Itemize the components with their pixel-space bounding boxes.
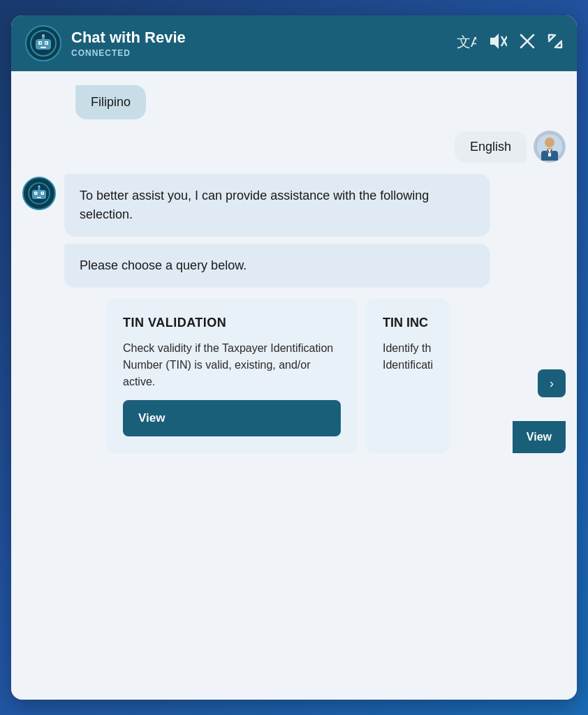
svg-rect-4: [40, 43, 41, 44]
bot-bubble-query: Please choose a query below.: [64, 244, 490, 288]
svg-line-16: [549, 35, 555, 41]
svg-point-19: [545, 138, 554, 147]
svg-point-8: [42, 34, 45, 37]
cards-row: TIN VALIDATION Check validity if the Tax…: [106, 299, 566, 453]
translate-icon[interactable]: 文A: [457, 33, 476, 54]
chat-body: Filipino English: [11, 71, 577, 700]
tin-inquiry-card-partial: TIN INC Identify thIdentificati: [366, 299, 450, 453]
tin-validation-view-button[interactable]: View: [123, 400, 341, 436]
svg-rect-29: [36, 193, 37, 194]
chat-title: Chat with Revie: [71, 29, 447, 47]
svg-line-15: [555, 41, 561, 47]
tin-validation-card: TIN VALIDATION Check validity if the Tax…: [106, 299, 358, 453]
tin-inquiry-title-partial: TIN INC: [383, 316, 433, 330]
svg-rect-22: [548, 149, 551, 156]
bot-bubble-assist: To better assist you, I can provide assi…: [64, 174, 490, 237]
scroll-right-arrow[interactable]: ›: [538, 369, 566, 397]
bot-messages-container: To better assist you, I can provide assi…: [64, 174, 566, 288]
close-icon[interactable]: [520, 34, 535, 53]
header-actions: 文A: [457, 33, 563, 54]
svg-rect-6: [41, 47, 46, 48]
user-avatar: [534, 131, 566, 163]
minimize-icon[interactable]: [547, 34, 563, 53]
svg-text:文A: 文A: [457, 34, 476, 50]
chat-window: Chat with Revie CONNECTED 文A: [11, 15, 577, 700]
connection-status: CONNECTED: [71, 48, 447, 58]
header-info: Chat with Revie CONNECTED: [71, 29, 447, 58]
svg-rect-5: [45, 43, 47, 44]
mute-icon[interactable]: [489, 34, 507, 53]
tin-validation-desc: Check validity if the Taxpayer Identific…: [123, 340, 341, 390]
bot-message-row: To better assist you, I can provide assi…: [22, 174, 566, 288]
svg-rect-30: [42, 193, 43, 194]
bot-message-partial: Filipino: [75, 85, 146, 119]
svg-rect-31: [37, 197, 41, 198]
user-bubble-english: English: [455, 131, 527, 163]
tin-inquiry-view-button[interactable]: View: [513, 421, 566, 453]
bot-avatar-small: [22, 177, 56, 210]
user-message-row: English: [22, 131, 566, 163]
svg-point-33: [38, 186, 41, 188]
cards-container: TIN VALIDATION Check validity if the Tax…: [64, 299, 566, 453]
bot-avatar-header: [25, 25, 61, 61]
tin-validation-title: TIN VALIDATION: [123, 316, 341, 330]
svg-marker-10: [490, 34, 499, 49]
tin-inquiry-desc-partial: Identify thIdentificati: [383, 340, 433, 374]
chat-header: Chat with Revie CONNECTED 文A: [11, 15, 577, 71]
